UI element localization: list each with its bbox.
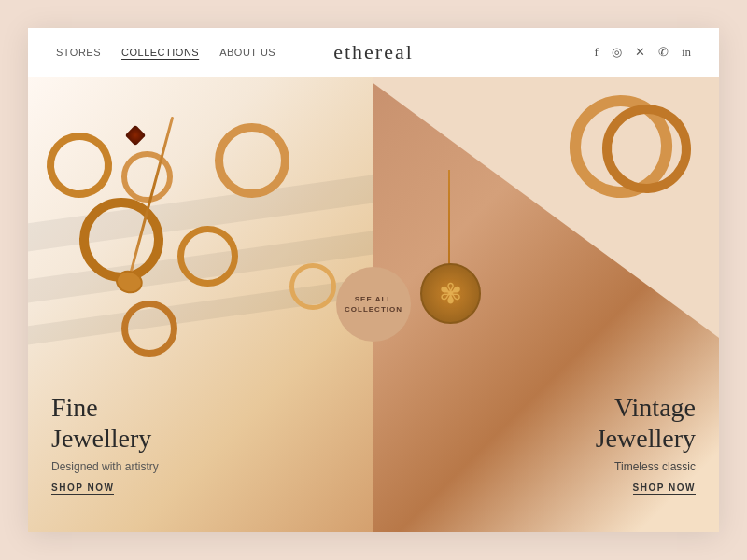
- panel-left: Fine Jewellery Designed with artistry SH…: [28, 77, 374, 532]
- fine-jewellery-shop-btn[interactable]: SHOP NOW: [51, 483, 114, 495]
- ring-6: [289, 263, 336, 310]
- vintage-jewellery-title: Vintage Jewellery: [596, 392, 696, 455]
- facebook-icon[interactable]: f: [595, 45, 599, 60]
- vintage-jewellery-shop-btn[interactable]: SHOP NOW: [633, 483, 696, 495]
- instagram-icon[interactable]: ◎: [612, 45, 622, 60]
- panel-right: ✾ Vintage Jewellery Timeless classic SHO…: [374, 77, 719, 532]
- fine-jewellery-title: Fine Jewellery: [51, 392, 159, 455]
- ring-1: [39, 125, 120, 205]
- navbar: STORES COLLECTIONS ABOUT US ethereal f ◎…: [28, 28, 719, 77]
- ring-7: [121, 301, 177, 357]
- hero-area: Fine Jewellery Designed with artistry SH…: [28, 77, 719, 532]
- nav-left: STORES COLLECTIONS ABOUT US: [56, 47, 374, 58]
- nav-collections[interactable]: COLLECTIONS: [121, 47, 199, 58]
- gem-stone: [125, 125, 147, 147]
- panel-right-content: Vintage Jewellery Timeless classic SHOP …: [596, 392, 696, 495]
- ring-5: [215, 123, 289, 198]
- main-card: STORES COLLECTIONS ABOUT US ethereal f ◎…: [28, 28, 719, 532]
- twitter-icon[interactable]: ✕: [635, 45, 645, 60]
- fine-jewellery-desc: Designed with artistry: [51, 460, 159, 473]
- vintage-jewellery-desc: Timeless classic: [596, 460, 696, 473]
- pendant: ✾: [420, 263, 481, 324]
- whatsapp-icon[interactable]: ✆: [658, 45, 669, 60]
- ring-2: [121, 151, 173, 203]
- panel-left-content: Fine Jewellery Designed with artistry SH…: [51, 392, 159, 495]
- ring-3: [79, 198, 163, 282]
- see-all-label: SEE ALL COLLECTION: [345, 294, 402, 315]
- nav-stores[interactable]: STORES: [56, 47, 101, 58]
- see-all-button[interactable]: SEE ALL COLLECTION: [336, 267, 411, 342]
- ring-4: [177, 226, 238, 287]
- nav-social: f ◎ ✕ ✆ in: [374, 45, 691, 60]
- linkedin-icon[interactable]: in: [682, 45, 691, 60]
- brand-name: ethereal: [333, 40, 414, 64]
- pendant-tree-icon: ✾: [439, 277, 462, 310]
- nav-about[interactable]: ABOUT US: [219, 47, 275, 58]
